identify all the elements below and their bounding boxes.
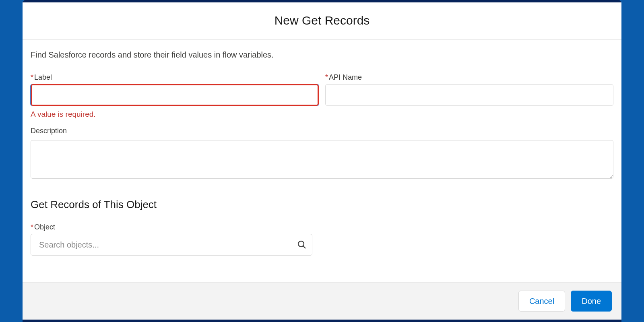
object-section-heading: Get Records of This Object	[31, 198, 613, 211]
window-frame: New Get Records Find Salesforce records …	[23, 0, 621, 322]
required-star: *	[325, 73, 328, 81]
label-error-message: A value is required.	[31, 110, 319, 119]
section-divider	[23, 187, 621, 187]
modal-body: Find Salesforce records and store their …	[23, 40, 621, 282]
required-star: *	[31, 223, 33, 231]
apiname-field-label: *API Name	[325, 73, 613, 82]
description-input[interactable]	[31, 140, 613, 179]
done-button[interactable]: Done	[571, 291, 612, 312]
modal-dialog: New Get Records Find Salesforce records …	[23, 2, 621, 320]
cancel-button[interactable]: Cancel	[518, 291, 565, 312]
apiname-text: API Name	[329, 73, 362, 81]
object-field-label: *Object	[31, 223, 613, 231]
modal-title: New Get Records	[31, 14, 613, 27]
apiname-field-group: *API Name	[325, 73, 613, 119]
object-field-group: *Object	[31, 223, 613, 256]
label-input[interactable]	[31, 84, 319, 106]
label-apiname-row: *Label A value is required. *API Name	[31, 73, 613, 119]
description-row: Description	[31, 127, 613, 179]
intro-text: Find Salesforce records and store their …	[31, 50, 613, 60]
modal-header: New Get Records	[23, 2, 621, 40]
body-content: Find Salesforce records and store their …	[23, 40, 621, 264]
object-search-input[interactable]	[31, 234, 312, 256]
object-combobox[interactable]	[31, 234, 312, 256]
required-star: *	[31, 73, 33, 81]
modal-footer: Cancel Done	[23, 282, 621, 320]
bottom-padding	[31, 256, 613, 264]
label-field-group: *Label A value is required.	[31, 73, 319, 119]
label-field-label: *Label	[31, 73, 319, 82]
apiname-input[interactable]	[325, 84, 613, 106]
label-text: Label	[34, 73, 52, 81]
description-field-label: Description	[31, 127, 613, 135]
object-label-text: Object	[34, 223, 55, 231]
